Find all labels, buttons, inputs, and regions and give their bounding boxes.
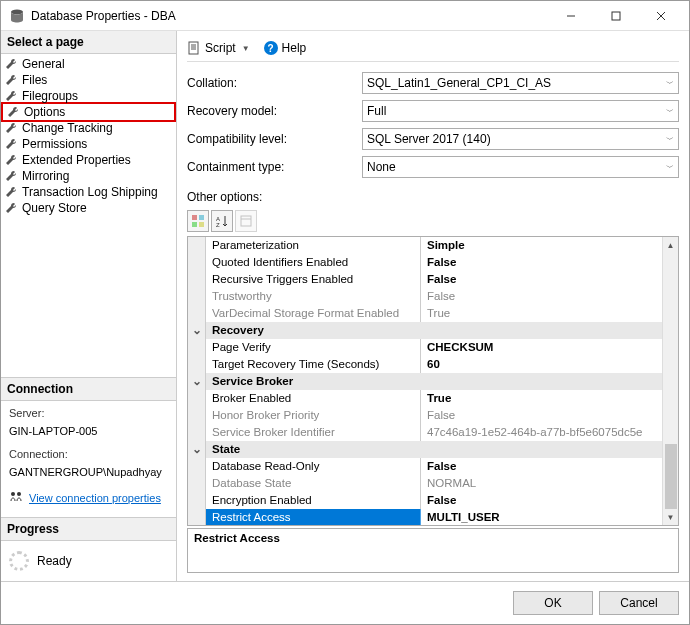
collation-combo[interactable]: SQL_Latin1_General_CP1_CI_AS﹀ <box>362 72 679 94</box>
property-grid-scrollbar[interactable]: ▲ ▼ <box>662 237 678 525</box>
property-row[interactable]: TrustworthyFalse <box>188 288 678 305</box>
toolbar: Script ▼ ? Help <box>187 37 679 62</box>
svg-text:Z: Z <box>216 222 220 228</box>
sidebar-item-files[interactable]: Files <box>1 72 176 88</box>
server-label: Server: <box>9 405 168 423</box>
property-pages-button[interactable] <box>235 210 257 232</box>
recovery-model-label: Recovery model: <box>187 104 362 118</box>
compat-level-combo[interactable]: SQL Server 2017 (140)﹀ <box>362 128 679 150</box>
svg-rect-13 <box>192 222 197 227</box>
connection-value: GANTNERGROUP\Nupadhyay <box>9 464 168 482</box>
help-icon: ? <box>264 41 278 55</box>
chevron-down-icon: ﹀ <box>666 162 674 173</box>
select-page-header: Select a page <box>1 31 176 54</box>
page-list: GeneralFilesFilegroupsOptionsChange Trac… <box>1 54 176 249</box>
compat-level-label: Compatibility level: <box>187 132 362 146</box>
help-button[interactable]: ? Help <box>264 41 307 55</box>
property-category[interactable]: ⌄Service Broker <box>188 373 678 390</box>
property-category[interactable]: ⌄State <box>188 441 678 458</box>
sidebar-item-label: Options <box>24 105 65 119</box>
sidebar-item-label: Permissions <box>22 137 87 151</box>
property-row[interactable]: Encryption EnabledFalse <box>188 492 678 509</box>
title-bar: Database Properties - DBA <box>1 1 689 31</box>
property-row[interactable]: Service Broker Identifier47c46a19-1e52-4… <box>188 424 678 441</box>
script-dropdown-arrow[interactable]: ▼ <box>240 44 252 53</box>
svg-point-0 <box>11 9 23 14</box>
chevron-down-icon: ﹀ <box>666 106 674 117</box>
main-panel: Script ▼ ? Help Collation: SQL_Latin1_Ge… <box>177 31 689 581</box>
sidebar-item-extended-properties[interactable]: Extended Properties <box>1 152 176 168</box>
property-row[interactable]: Broker EnabledTrue <box>188 390 678 407</box>
cancel-button[interactable]: Cancel <box>599 591 679 615</box>
close-button[interactable] <box>638 1 683 30</box>
property-row[interactable]: Honor Broker PriorityFalse <box>188 407 678 424</box>
scroll-up-arrow[interactable]: ▲ <box>663 237 678 253</box>
description-title: Restrict Access <box>194 532 672 544</box>
sidebar-item-label: Transaction Log Shipping <box>22 185 158 199</box>
svg-point-5 <box>11 492 15 496</box>
sidebar-item-options[interactable]: Options <box>1 102 176 122</box>
svg-rect-14 <box>199 222 204 227</box>
progress-status: Ready <box>37 554 72 568</box>
app-icon <box>9 8 25 24</box>
sidebar: Select a page GeneralFilesFilegroupsOpti… <box>1 31 177 581</box>
connection-header: Connection <box>1 378 176 401</box>
containment-type-combo[interactable]: None﹀ <box>362 156 679 178</box>
window-title: Database Properties - DBA <box>31 9 548 23</box>
sidebar-item-transaction-log-shipping[interactable]: Transaction Log Shipping <box>1 184 176 200</box>
progress-spinner-icon <box>9 551 29 571</box>
ok-button[interactable]: OK <box>513 591 593 615</box>
minimize-button[interactable] <box>548 1 593 30</box>
sidebar-item-label: General <box>22 57 65 71</box>
view-connection-properties-link[interactable]: View connection properties <box>29 490 161 508</box>
sidebar-item-label: Extended Properties <box>22 153 131 167</box>
svg-rect-2 <box>612 12 620 20</box>
sidebar-item-label: Filegroups <box>22 89 78 103</box>
help-label: Help <box>282 41 307 55</box>
svg-rect-7 <box>189 42 198 54</box>
connection-properties-icon <box>9 489 23 509</box>
property-row[interactable]: Database StateNORMAL <box>188 475 678 492</box>
sidebar-item-query-store[interactable]: Query Store <box>1 200 176 216</box>
script-label: Script <box>205 41 236 55</box>
chevron-down-icon: ﹀ <box>666 134 674 145</box>
property-row[interactable]: Recursive Triggers EnabledFalse <box>188 271 678 288</box>
property-row[interactable]: VarDecimal Storage Format EnabledTrue <box>188 305 678 322</box>
other-options-label: Other options: <box>187 188 679 208</box>
sidebar-item-general[interactable]: General <box>1 56 176 72</box>
sidebar-item-label: Change Tracking <box>22 121 113 135</box>
recovery-model-combo[interactable]: Full﹀ <box>362 100 679 122</box>
categorized-button[interactable] <box>187 210 209 232</box>
svg-rect-12 <box>199 215 204 220</box>
chevron-down-icon: ﹀ <box>666 78 674 89</box>
property-row[interactable]: Restrict AccessMULTI_USER﹀ <box>188 509 678 525</box>
property-row[interactable]: Target Recovery Time (Seconds)60 <box>188 356 678 373</box>
sidebar-item-label: Mirroring <box>22 169 69 183</box>
property-row[interactable]: Database Read-OnlyFalse <box>188 458 678 475</box>
sidebar-item-permissions[interactable]: Permissions <box>1 136 176 152</box>
sidebar-item-label: Query Store <box>22 201 87 215</box>
script-icon <box>187 41 201 55</box>
sidebar-item-mirroring[interactable]: Mirroring <box>1 168 176 184</box>
collation-label: Collation: <box>187 76 362 90</box>
dialog-footer: OK Cancel <box>1 581 689 623</box>
svg-point-6 <box>17 492 21 496</box>
svg-rect-11 <box>192 215 197 220</box>
property-row[interactable]: ParameterizationSimple <box>188 237 678 254</box>
sidebar-item-label: Files <box>22 73 47 87</box>
connection-info: Server: GIN-LAPTOP-005 Connection: GANTN… <box>1 401 176 513</box>
property-grid[interactable]: ParameterizationSimpleQuoted Identifiers… <box>187 236 679 526</box>
description-pane: Restrict Access <box>187 528 679 573</box>
alphabetical-button[interactable]: AZ <box>211 210 233 232</box>
script-button[interactable]: Script <box>187 41 236 55</box>
property-row[interactable]: Quoted Identifiers EnabledFalse <box>188 254 678 271</box>
sidebar-item-change-tracking[interactable]: Change Tracking <box>1 120 176 136</box>
containment-type-label: Containment type: <box>187 160 362 174</box>
server-value: GIN-LAPTOP-005 <box>9 423 168 441</box>
property-category[interactable]: ⌄Recovery <box>188 322 678 339</box>
scroll-thumb[interactable] <box>665 444 677 509</box>
property-row[interactable]: Page VerifyCHECKSUM <box>188 339 678 356</box>
maximize-button[interactable] <box>593 1 638 30</box>
connection-label: Connection: <box>9 446 168 464</box>
scroll-down-arrow[interactable]: ▼ <box>663 509 678 525</box>
